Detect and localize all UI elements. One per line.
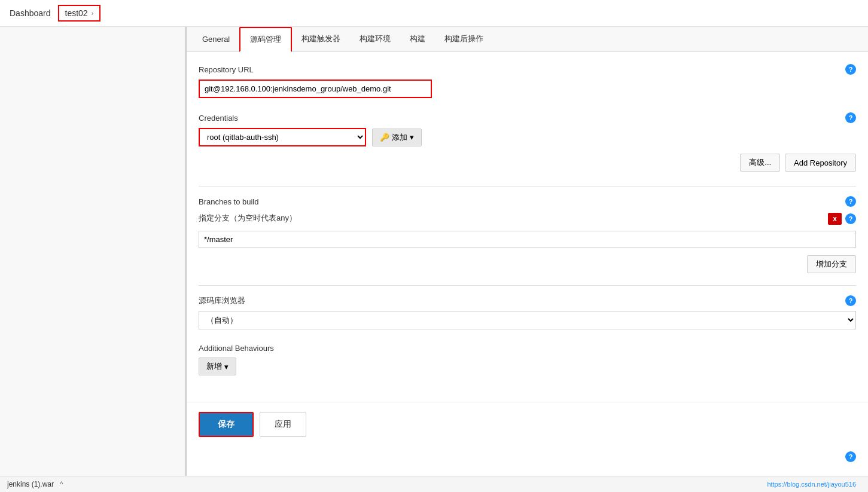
tab-scm[interactable]: 源码管理 bbox=[239, 27, 292, 52]
branch-row-actions: x ? bbox=[828, 213, 856, 225]
bottom-link[interactable]: https://blog.csdn.net/jiayou516 bbox=[767, 481, 856, 488]
browser-label: 源码库浏览器 bbox=[199, 295, 245, 306]
branch-row: 指定分支（为空时代表any） x ? bbox=[199, 213, 856, 225]
repository-url-header: Repository URL ? bbox=[199, 64, 856, 75]
repository-url-section: Repository URL ? bbox=[199, 64, 856, 98]
branches-section: Branches to build ? 指定分支（为空时代表any） x ? bbox=[199, 196, 856, 273]
branches-header: Branches to build ? bbox=[199, 196, 856, 207]
branches-label: Branches to build bbox=[199, 197, 258, 206]
dashboard-link[interactable]: Dashboard bbox=[10, 8, 51, 18]
credentials-row: root (qitlab-auth-ssh) 🔑 添加 ▾ bbox=[199, 128, 856, 146]
repository-url-input[interactable] bbox=[199, 80, 432, 98]
bottom-bar: jenkins (1).war ^ https://blog.csdn.net/… bbox=[0, 476, 868, 492]
tab-build[interactable]: 构建 bbox=[400, 27, 435, 52]
download-chevron[interactable]: ^ bbox=[60, 480, 63, 488]
topbar: Dashboard test02 › bbox=[0, 0, 868, 27]
apply-button[interactable]: 应用 bbox=[260, 412, 306, 437]
main-layout: General 源码管理 构建触发器 构建环境 构建 构建后操作 Reposit… bbox=[0, 27, 868, 492]
tab-env[interactable]: 构建环境 bbox=[350, 27, 400, 52]
branches-help[interactable]: ? bbox=[845, 196, 856, 207]
form-area: Repository URL ? Credentials ? root (qit… bbox=[187, 52, 868, 402]
sidebar bbox=[0, 27, 185, 492]
right-buttons-row: 高级... Add Repository bbox=[199, 154, 856, 172]
credentials-header: Credentials ? bbox=[199, 112, 856, 123]
additional-label: Additional Behaviours bbox=[199, 344, 274, 353]
repository-url-label: Repository URL bbox=[199, 65, 254, 74]
add-btn-dropdown-icon: ▾ bbox=[410, 133, 414, 142]
browser-select[interactable]: （自动） bbox=[199, 311, 856, 329]
new-btn-label: 新增 bbox=[206, 361, 222, 372]
add-branch-button[interactable]: 增加分支 bbox=[807, 255, 856, 273]
credentials-help[interactable]: ? bbox=[845, 112, 856, 123]
branch-item-help[interactable]: ? bbox=[845, 213, 856, 224]
repository-url-help[interactable]: ? bbox=[845, 64, 856, 75]
project-name: test02 bbox=[65, 8, 88, 18]
section-divider-1 bbox=[199, 186, 856, 187]
add-repository-button[interactable]: Add Repository bbox=[785, 154, 856, 172]
remove-branch-button[interactable]: x bbox=[828, 213, 842, 225]
credentials-section: Credentials ? root (qitlab-auth-ssh) 🔑 添… bbox=[199, 112, 856, 172]
save-button[interactable]: 保存 bbox=[199, 412, 254, 437]
tab-triggers[interactable]: 构建触发器 bbox=[292, 27, 350, 52]
key-icon: 🔑 bbox=[380, 133, 389, 142]
branch-right-btns: 增加分支 bbox=[199, 255, 856, 273]
section-divider-2 bbox=[199, 285, 856, 286]
additional-behaviours-section: Additional Behaviours 新增 ▾ bbox=[199, 344, 856, 375]
additional-header: Additional Behaviours bbox=[199, 344, 856, 353]
advanced-button[interactable]: 高级... bbox=[740, 154, 780, 172]
credentials-label: Credentials bbox=[199, 114, 238, 123]
branch-item: 指定分支（为空时代表any） x ? bbox=[199, 213, 856, 248]
bottom-help-icon[interactable]: ? bbox=[845, 451, 856, 462]
tabs-bar: General 源码管理 构建触发器 构建环境 构建 构建后操作 bbox=[187, 27, 868, 52]
add-credentials-button[interactable]: 🔑 添加 ▾ bbox=[372, 129, 422, 146]
breadcrumb-chevron: › bbox=[92, 10, 93, 17]
branch-item-label: 指定分支（为空时代表any） bbox=[199, 213, 297, 224]
content-area: General 源码管理 构建触发器 构建环境 构建 构建后操作 Reposit… bbox=[187, 27, 868, 492]
new-behaviour-button[interactable]: 新增 ▾ bbox=[199, 357, 236, 375]
browser-header: 源码库浏览器 ? bbox=[199, 295, 856, 306]
browser-help[interactable]: ? bbox=[845, 295, 856, 306]
new-btn-dropdown-icon: ▾ bbox=[224, 362, 229, 371]
browser-section: 源码库浏览器 ? （自动） bbox=[199, 295, 856, 329]
project-breadcrumb[interactable]: test02 › bbox=[58, 5, 100, 22]
branch-label-row: 指定分支（为空时代表any） bbox=[199, 213, 297, 224]
bottom-help-row: ? bbox=[187, 447, 868, 467]
credentials-select[interactable]: root (qitlab-auth-ssh) bbox=[199, 128, 366, 146]
tab-general[interactable]: General bbox=[193, 27, 239, 52]
action-bar: 保存 应用 bbox=[187, 402, 868, 447]
add-btn-label: 添加 bbox=[392, 132, 407, 143]
download-filename: jenkins (1).war bbox=[7, 480, 54, 488]
branch-input[interactable] bbox=[199, 231, 856, 248]
tab-post[interactable]: 构建后操作 bbox=[435, 27, 493, 52]
